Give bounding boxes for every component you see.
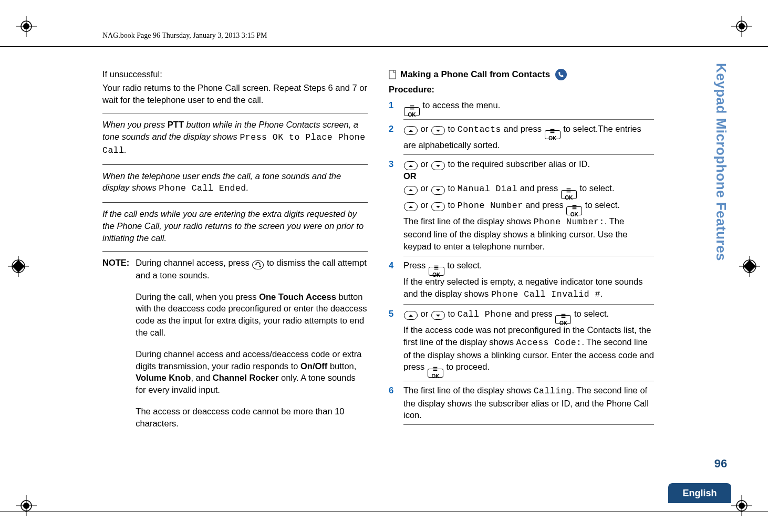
step-1: 1 ☰ OK to access the menu.: [389, 98, 654, 118]
ok-button-icon: ☰ OK: [561, 190, 577, 199]
page-number-box: 96: [710, 457, 731, 471]
up-arrow-icon: [404, 126, 418, 135]
step-number: 3: [389, 158, 396, 253]
crop-mark-icon: [16, 16, 37, 37]
step-divider: [403, 381, 654, 381]
note-block: NOTE: During channel access, press to di…: [102, 257, 368, 429]
procedure-title: Making a Phone Call from Contacts: [389, 68, 654, 80]
svg-rect-22: [389, 70, 396, 79]
page-number: 96: [710, 457, 731, 471]
crop-mark-icon: [731, 495, 752, 516]
step-divider: [403, 256, 654, 256]
down-arrow-icon: [431, 186, 445, 195]
step-3: 3 or to the required subscriber alias or…: [389, 157, 654, 254]
procedure-title-text: Making a Phone Call from Contacts: [400, 68, 550, 80]
ok-button-icon: ☰ OK: [429, 267, 444, 276]
step-number: 4: [389, 259, 396, 301]
left-column: If unsuccessful: Your radio returns to t…: [102, 68, 368, 429]
ok-button-icon: ☰ OK: [404, 107, 420, 116]
down-arrow-icon: [431, 126, 445, 135]
crop-line: [0, 512, 768, 512]
divider: [102, 251, 368, 252]
divider: [102, 202, 368, 203]
note-label: NOTE:: [102, 257, 129, 429]
step-number: 6: [389, 384, 396, 421]
step-divider: [403, 424, 654, 425]
divider: [102, 113, 368, 113]
doc-icon: [389, 70, 396, 79]
para-extra-digits: If the call ends while you are entering …: [102, 208, 368, 244]
step-divider: [403, 304, 654, 305]
divider: [102, 164, 368, 165]
crop-mark-icon: [16, 495, 37, 516]
up-arrow-icon: [404, 311, 418, 320]
crop-line: [0, 46, 768, 47]
step-number: 5: [389, 308, 396, 378]
up-arrow-icon: [404, 161, 418, 170]
step-number: 2: [389, 123, 396, 151]
down-arrow-icon: [431, 311, 445, 320]
step-divider: [403, 154, 654, 155]
para-ptt: When you press PTT button while in the P…: [102, 119, 368, 157]
step-2: 2 or to Contacts and press ☰ OK to selec…: [389, 121, 654, 153]
running-head: NAG.book Page 96 Thursday, January 3, 20…: [102, 32, 267, 40]
phone-icon: [555, 69, 567, 80]
up-arrow-icon: [404, 186, 418, 195]
if-unsuccessful-body: Your radio returns to the Phone Call scr…: [102, 82, 368, 106]
right-column: Making a Phone Call from Contacts Proced…: [389, 68, 654, 429]
step-4: 4 Press ☰ OK to select. If the entry sel…: [389, 258, 654, 302]
back-icon: [252, 260, 264, 269]
crop-mark-icon: [8, 256, 29, 277]
side-tab-text: Keypad Microphone Features: [713, 63, 729, 261]
language-tab: English: [668, 483, 731, 503]
down-arrow-icon: [431, 161, 445, 170]
side-tab: Keypad Microphone Features: [710, 47, 731, 446]
ok-button-icon: ☰ OK: [555, 315, 571, 324]
ok-button-icon: ☰ OK: [566, 206, 582, 215]
step-6: 6 The first line of the display shows Ca…: [389, 383, 654, 423]
up-arrow-icon: [404, 202, 418, 211]
procedure-label: Procedure:: [389, 84, 654, 96]
crop-mark-icon: [731, 16, 752, 37]
down-arrow-icon: [431, 202, 445, 211]
step-number: 1: [389, 99, 396, 116]
step-divider: [403, 119, 654, 120]
if-unsuccessful-label: If unsuccessful:: [102, 68, 368, 80]
ok-button-icon: ☰ OK: [428, 369, 443, 378]
note-body: During channel access, press to dismiss …: [136, 257, 368, 429]
crop-mark-icon: [739, 256, 760, 277]
step-5: 5 or to Call Phone and press ☰ OK to sel…: [389, 306, 654, 379]
ok-button-icon: ☰ OK: [545, 130, 561, 139]
para-call-ended: When the telephone user ends the call, a…: [102, 170, 368, 195]
